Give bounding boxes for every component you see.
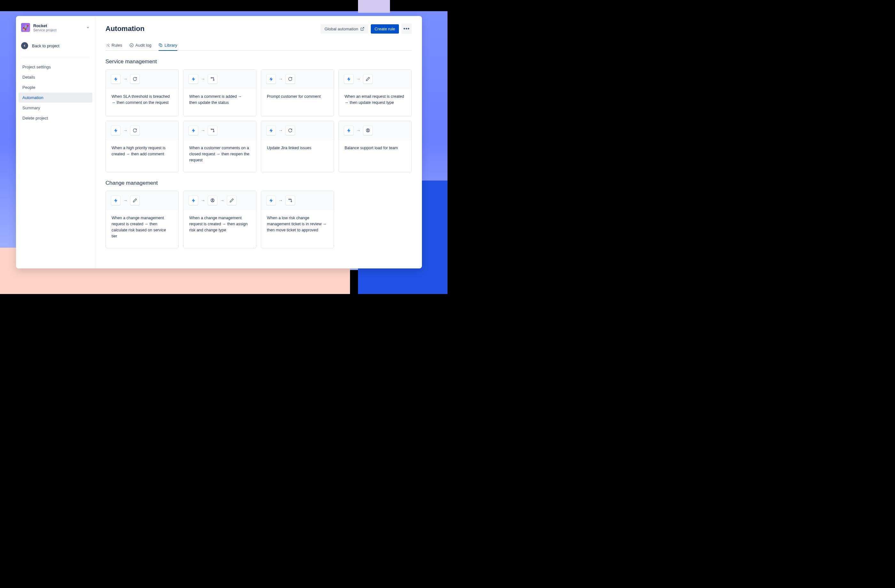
arrow-right-icon: → <box>356 76 361 82</box>
svg-line-0 <box>362 27 364 29</box>
check-circle-icon <box>129 43 133 48</box>
refresh-icon <box>285 126 295 135</box>
card-body: Update Jira linked issues <box>261 140 334 167</box>
automation-template-card[interactable]: →Balance support load for team <box>338 121 412 172</box>
card-body: When a change management request is crea… <box>184 210 256 242</box>
card-text: Prompt customer for comment <box>267 94 328 100</box>
svg-point-12 <box>291 201 292 202</box>
page-header: Automation Global automation Create rule… <box>105 24 412 34</box>
sidebar-item-details[interactable]: Details <box>18 72 93 82</box>
copy-icon <box>159 43 163 48</box>
automation-template-card[interactable]: →When a low risk change management ticke… <box>261 191 334 248</box>
person-icon <box>363 126 373 135</box>
bolt-icon <box>111 74 120 84</box>
automation-template-card[interactable]: →When a customer comments on a closed re… <box>183 121 256 172</box>
card-head: → <box>339 121 411 140</box>
app-window: 🚀 Rocket Service project Back to project… <box>16 16 422 268</box>
card-text: When a low risk change management ticket… <box>267 215 328 233</box>
svg-point-3 <box>211 77 212 78</box>
bolt-icon <box>344 126 353 135</box>
card-text: When a customer comments on a closed req… <box>189 145 250 163</box>
svg-point-4 <box>213 80 214 80</box>
automation-template-card[interactable]: →→When a change management request is cr… <box>183 191 256 248</box>
tabs: RulesAudit logLibrary <box>105 39 412 51</box>
automation-template-card[interactable]: →When a change management request is cre… <box>105 191 179 248</box>
card-body: When a comment is added → then update th… <box>184 88 256 116</box>
tab-rules[interactable]: Rules <box>105 40 122 51</box>
card-text: When a comment is added → then update th… <box>189 94 250 106</box>
automation-template-card[interactable]: →Update Jira linked issues <box>261 121 334 172</box>
bolt-icon <box>189 126 198 135</box>
bolt-icon <box>189 195 198 205</box>
arrow-right-icon: → <box>278 128 283 133</box>
chevron-down-icon <box>86 26 90 29</box>
create-rule-button[interactable]: Create rule <box>371 24 399 33</box>
automation-template-card[interactable]: →When a high priority request is created… <box>105 121 179 172</box>
svg-point-5 <box>211 129 212 130</box>
bolt-icon <box>344 74 353 84</box>
project-info: Rocket Service project <box>33 23 56 32</box>
card-text: When a change management request is crea… <box>189 215 250 233</box>
button-label: Create rule <box>375 27 395 31</box>
card-body: Balance support load for team <box>339 140 411 167</box>
more-actions-button[interactable]: ••• <box>402 24 412 34</box>
decorative-bg <box>358 0 390 13</box>
project-name: Rocket <box>33 23 56 28</box>
section-title: Change management <box>105 180 412 186</box>
nav-list: Project settingsDetailsPeopleAutomationS… <box>18 62 93 123</box>
card-head: → <box>184 121 256 140</box>
pencil-icon <box>130 195 140 205</box>
card-body: When SLA threshold is breached → then co… <box>106 88 178 116</box>
card-head: → <box>106 70 178 88</box>
pencil-icon <box>227 195 237 205</box>
branch-icon <box>208 74 217 84</box>
pencil-icon <box>363 74 373 84</box>
refresh-icon <box>130 74 140 84</box>
page-title: Automation <box>105 24 144 33</box>
global-automation-button[interactable]: Global automation <box>321 24 368 33</box>
automation-template-card[interactable]: →Prompt customer for comment <box>261 69 334 116</box>
card-body: When an email request is created → then … <box>339 88 411 116</box>
tab-label: Rules <box>112 43 122 48</box>
button-label: Global automation <box>325 27 358 31</box>
tab-library[interactable]: Library <box>159 40 177 51</box>
card-body: When a customer comments on a closed req… <box>184 140 256 172</box>
card-text: When a change management request is crea… <box>112 215 173 239</box>
sidebar-item-delete-project[interactable]: Delete project <box>18 113 93 123</box>
sidebar-item-summary[interactable]: Summary <box>18 103 93 113</box>
card-head: → <box>184 70 256 88</box>
sidebar-item-automation[interactable]: Automation <box>18 92 93 103</box>
card-text: When an email request is created → then … <box>344 94 406 106</box>
sidebar-item-people[interactable]: People <box>18 82 93 92</box>
card-head: → <box>339 70 411 88</box>
sidebar-item-project-settings[interactable]: Project settings <box>18 62 93 72</box>
section-title: Service management <box>105 59 412 65</box>
arrow-right-icon: → <box>220 198 225 203</box>
automation-template-card[interactable]: →When SLA threshold is breached → then c… <box>105 69 179 116</box>
bolt-icon <box>189 74 198 84</box>
arrow-left-icon <box>21 42 28 49</box>
automation-template-card[interactable]: →When a comment is added → then update t… <box>183 69 256 116</box>
person-icon <box>208 195 217 205</box>
card-grid: →When a change management request is cre… <box>105 191 412 248</box>
arrow-right-icon: → <box>201 198 205 203</box>
bolt-icon <box>111 126 120 135</box>
refresh-icon <box>130 126 140 135</box>
svg-rect-2 <box>160 45 162 47</box>
sections-container: Service management→When SLA threshold is… <box>105 59 412 248</box>
automation-template-card[interactable]: →When an email request is created → then… <box>338 69 412 116</box>
tab-audit-log[interactable]: Audit log <box>129 40 152 51</box>
sidebar: 🚀 Rocket Service project Back to project… <box>16 16 95 268</box>
card-grid: →When SLA threshold is breached → then c… <box>105 69 412 172</box>
svg-point-8 <box>367 129 369 131</box>
main-content: Automation Global automation Create rule… <box>95 16 422 268</box>
project-switcher[interactable]: 🚀 Rocket Service project <box>18 21 93 34</box>
bolt-icon <box>111 195 120 205</box>
arrow-right-icon: → <box>278 198 283 203</box>
svg-point-10 <box>212 199 213 201</box>
svg-point-1 <box>130 44 133 47</box>
header-actions: Global automation Create rule ••• <box>321 24 412 34</box>
project-type: Service project <box>33 28 56 32</box>
back-to-project-link[interactable]: Back to project <box>18 39 93 52</box>
wand-icon <box>105 43 110 48</box>
